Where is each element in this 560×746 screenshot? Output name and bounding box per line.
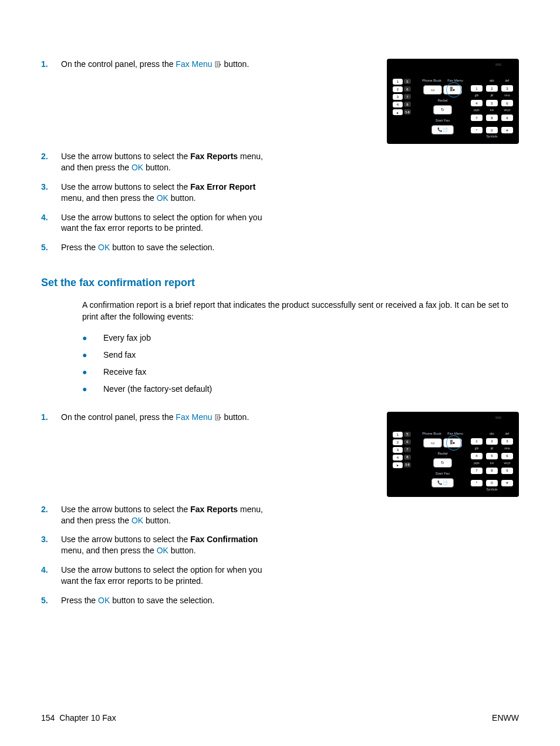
fax-menu-icon xyxy=(215,414,222,421)
page-number: 154 xyxy=(41,713,55,723)
fax-menu-link: Fax Menu xyxy=(176,59,212,69)
bullet-text: Receive fax xyxy=(103,367,146,377)
step-number: 1. xyxy=(41,59,61,70)
bullet-text: Every fax job xyxy=(103,333,151,342)
phone-book-button-icon: ▭ xyxy=(423,85,442,95)
bullet-text: Send fax xyxy=(103,350,136,359)
steps-list-b: 1. On the control panel, press the Fax M… xyxy=(41,412,270,423)
redial-button-icon: ↻ xyxy=(433,105,452,115)
fax-menu-link: Fax Menu xyxy=(176,412,212,422)
highlight-circle xyxy=(446,435,461,451)
steps-list-a: 1. On the control panel, press the Fax M… xyxy=(41,59,270,70)
start-fax-button-icon: 📞📄 xyxy=(431,478,454,488)
bullet-text: Never (the factory-set default) xyxy=(103,384,212,394)
bullet-icon: ● xyxy=(82,367,103,377)
intro-paragraph: A confirmation report is a brief report … xyxy=(82,300,519,322)
footer-right: ENWW xyxy=(492,713,519,723)
page-footer: 154 Chapter 10 Fax ENWW xyxy=(41,713,519,723)
control-panel-illustration: 15 26 37 48 ▸5-8 Phone BookFax Menu ▭≣▸ … xyxy=(387,412,519,497)
bullet-list: ●Every fax job ●Send fax ●Receive fax ●N… xyxy=(82,333,519,394)
bullet-icon: ● xyxy=(82,350,103,360)
step-number: 1. xyxy=(41,412,61,423)
bullet-icon: ● xyxy=(82,333,103,343)
step-text: On the control panel, press the Fax Menu… xyxy=(61,412,270,423)
phone-book-button-icon: ▭ xyxy=(423,438,442,448)
chapter-name: Chapter 10 Fax xyxy=(59,713,116,723)
steps-list-a-cont: 2.Use the arrow buttons to select the Fa… xyxy=(41,151,270,253)
highlight-circle xyxy=(446,82,461,98)
control-panel-illustration: 15 26 37 48 ▸5-8 Phone BookFax Menu ▭≣▸ … xyxy=(387,59,519,144)
step-text: On the control panel, press the Fax Menu… xyxy=(61,59,270,70)
bullet-icon: ● xyxy=(82,384,103,394)
steps-list-b-cont: 2.Use the arrow buttons to select the Fa… xyxy=(41,504,270,606)
start-fax-button-icon: 📞📄 xyxy=(431,125,454,135)
section-heading: Set the fax confirmation report xyxy=(41,277,519,289)
redial-button-icon: ↻ xyxy=(433,458,452,468)
fax-menu-icon xyxy=(215,61,222,68)
